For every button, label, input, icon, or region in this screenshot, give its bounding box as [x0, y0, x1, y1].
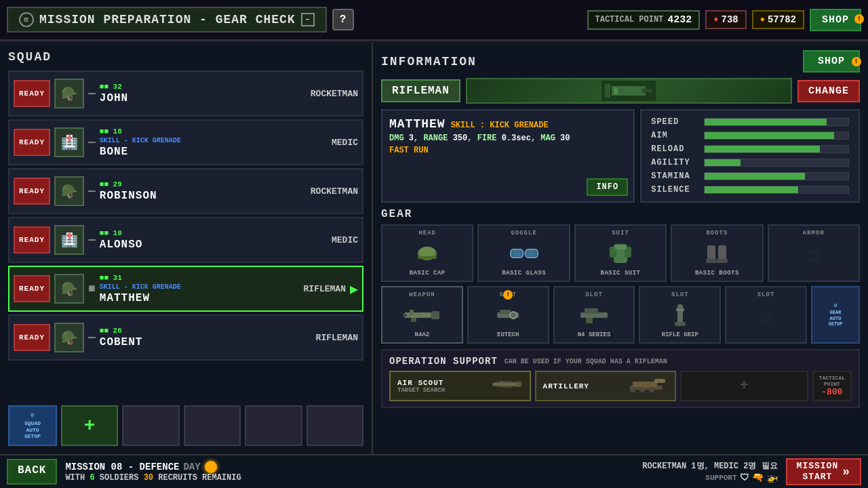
svg-rect-36 — [492, 383, 519, 386]
gem-value: 738 — [722, 14, 738, 25]
svg-rect-4 — [642, 89, 652, 93]
squad-list: READY 🪖 — ■■ 32 JOHN ROCKETMAN READY 🏥 —… — [8, 70, 363, 400]
gear-slot-boots[interactable]: BOOTS BASIC BOOTS — [671, 224, 763, 282]
add-soldier-button[interactable]: + — [61, 405, 118, 446]
ready-button[interactable]: READY — [14, 275, 50, 302]
gear-slot-suit[interactable]: SUIT BASIC SUIT — [574, 224, 667, 282]
change-class-button[interactable]: CHANGE — [797, 80, 860, 102]
weapon-icon — [401, 301, 442, 329]
bottom-bar: BACK MISSION 08 - DEFENCE DAY WITH 6 SOL… — [0, 454, 868, 488]
stat-row-silence: SILENCE — [651, 185, 849, 195]
stat-bar-fill — [705, 186, 798, 193]
weapon-slot-main[interactable]: WEAPON N4A2 — [381, 286, 463, 344]
squad-row[interactable]: READY 🏥 — ■■ 18 SKILL - KICK GRENADE BON… — [8, 119, 363, 165]
stat-label: SPEED — [651, 117, 698, 127]
shop-button-info[interactable]: SHOP ! — [803, 50, 860, 73]
svg-point-41 — [630, 387, 635, 392]
svg-rect-22 — [431, 311, 439, 319]
ready-button[interactable]: READY — [14, 324, 50, 351]
squad-row[interactable]: READY 🪖 — ■■ 29 ROBINSON ROCKETMAN — [8, 168, 363, 214]
support-empty-slot[interactable]: + — [680, 371, 808, 401]
support-item-artillery[interactable]: ARTILLERY — [535, 371, 677, 401]
back-button[interactable]: BACK — [7, 459, 57, 485]
mission-start-button[interactable]: MISSIONSTART » — [786, 458, 861, 485]
squad-role: RIFLEMAN — [316, 333, 358, 343]
squad-slot-4[interactable] — [245, 405, 302, 446]
weapon-row: WEAPON N4A2 ! SLOT — [381, 286, 860, 344]
air-scout-icon — [489, 376, 523, 396]
tactical-point-box: TACTICAL POINT 4232 — [587, 10, 701, 30]
stat-bar-bg — [704, 131, 849, 140]
auto-setup-icon: ⚙ — [31, 411, 34, 419]
weapon-slot-3[interactable]: SLOT RIFLE GRIP — [639, 286, 721, 344]
slot2-name: N4 SERIES — [578, 331, 611, 338]
squad-slot-2[interactable] — [122, 405, 179, 446]
gear-slot-head[interactable]: HEAD BASIC CAP — [381, 224, 473, 282]
shop-button[interactable]: SHOP — [810, 9, 861, 31]
squad-name: ROBINSON — [100, 190, 307, 202]
stat-bar-fill — [705, 173, 805, 180]
squad-role: ROCKETMAN — [311, 186, 358, 197]
stat-bar-bg — [704, 159, 849, 167]
coin-resource-box: ● 57782 — [752, 10, 804, 29]
squad-level: ■■ 32 — [100, 83, 307, 91]
svg-rect-7 — [418, 256, 437, 259]
avatar: 🏥 — [54, 127, 84, 157]
gear-slot-armor[interactable]: ARMOR □ — [768, 224, 860, 282]
svg-rect-31 — [586, 318, 593, 323]
svg-point-6 — [419, 247, 435, 258]
tank-icon: 🛡 — [740, 472, 749, 483]
gear-section: GEAR HEAD BASIC CAP GOGGLE — [381, 208, 860, 344]
weapon-slot-2[interactable]: SLOT N4 SERIES — [553, 286, 635, 344]
stat-bar-fill — [705, 119, 827, 125]
main-area: SQUAD READY 🪖 — ■■ 32 JOHN ROCKETMAN REA… — [0, 42, 868, 454]
ready-button[interactable]: READY — [14, 178, 50, 205]
goggle-label: GOGGLE — [511, 230, 536, 237]
squad-level: ■■ 26 — [100, 327, 312, 335]
squad-row[interactable]: READY 🪖 — ■■ 32 JOHN ROCKETMAN — [8, 70, 363, 117]
gear-slot-goggle[interactable]: GOGGLE BASIC GLASS — [477, 224, 570, 282]
support-item-air-scout[interactable]: AIR SCOUT TARGET SEARCH — [389, 371, 531, 401]
svg-rect-20 — [717, 259, 728, 263]
ready-button[interactable]: READY — [14, 129, 50, 156]
window-icon: ⊞ — [19, 12, 34, 27]
ready-button[interactable]: READY — [14, 80, 50, 107]
stat-bar-bg — [704, 186, 849, 194]
squad-skill: SKILL - KICK GRENADE — [100, 283, 300, 291]
squad-row[interactable]: READY 🏥 — ■■ 10 ALONSO MEDIC — [8, 217, 363, 263]
squad-slot-3[interactable] — [184, 405, 241, 446]
squad-slot-5[interactable] — [307, 405, 363, 446]
squad-bottom: ⚙ SQUADAUTOSETUP + — [8, 405, 363, 446]
svg-rect-1 — [605, 84, 610, 98]
squad-row[interactable]: READY 🪖 — ■■ 26 COBENT RIFLEMAN — [8, 314, 363, 361]
weapon-slot-1[interactable]: ! SLOT EOTECH — [467, 286, 549, 344]
top-right: TACTICAL POINT 4232 ♦ 738 ● 57782 SHOP ! — [587, 9, 862, 31]
minimize-icon[interactable]: − — [301, 13, 315, 26]
gear-auto-icon: ⚙ — [834, 302, 837, 308]
slot3-label: SLOT — [671, 291, 689, 298]
squad-row-active[interactable]: READY 🪖 ■ ■■ 31 SKILL - KICK GRENADE MAT… — [8, 266, 363, 312]
info-detail-button[interactable]: INFO — [587, 178, 628, 196]
suit-item-name: BASIC SUIT — [601, 270, 641, 277]
support-item-content: AIR SCOUT TARGET SEARCH — [397, 376, 523, 396]
squad-name: JOHN — [100, 92, 307, 104]
squad-level: ■■ 31 — [100, 274, 300, 282]
ready-button[interactable]: READY — [14, 226, 50, 253]
weapon-label: WEAPON — [409, 291, 435, 298]
help-button[interactable]: ? — [332, 9, 354, 30]
weapon-slot-4[interactable]: SLOT □ — [725, 286, 807, 344]
gem-resource-box: ♦ 738 — [705, 10, 746, 29]
auto-setup-label: SQUADAUTOSETUP — [24, 420, 41, 440]
avatar: 🪖 — [54, 79, 84, 108]
squad-info: ■■ 18 SKILL - KICK GRENADE BONE — [100, 127, 328, 158]
avatar: 🏥 — [54, 225, 84, 255]
stat-row-reload: RELOAD — [651, 144, 849, 154]
air-scout-name: AIR SCOUT — [397, 379, 445, 387]
rifleman-row: RIFLEMAN CHANGE — [381, 78, 860, 104]
svg-rect-21 — [404, 312, 431, 318]
stats-panel: SPEED AIM RELOAD — [640, 109, 860, 203]
squad-dash: — — [88, 233, 96, 247]
gear-auto-setup-button[interactable]: ⚙ GEARAUTOSETUP — [811, 286, 860, 344]
svg-rect-23 — [410, 310, 414, 315]
squad-auto-setup-button[interactable]: ⚙ SQUADAUTOSETUP — [8, 405, 57, 446]
